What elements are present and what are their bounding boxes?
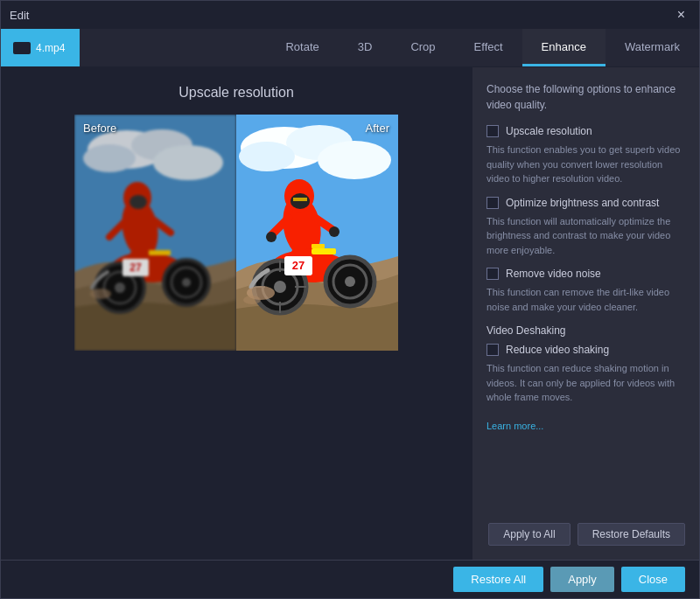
- tab-enhance[interactable]: Enhance: [522, 29, 606, 66]
- svg-point-50: [345, 276, 355, 287]
- svg-point-7: [130, 195, 147, 209]
- side-panel: Choose the following options to enhance …: [472, 67, 699, 560]
- inner-button-row: Apply to All Restore Defaults: [486, 516, 685, 546]
- svg-text:27: 27: [130, 261, 142, 274]
- file-icon: [13, 42, 31, 54]
- svg-text:27: 27: [292, 259, 304, 272]
- before-after-container: Before: [74, 115, 398, 351]
- footer-bar: Restore All Apply Close: [1, 560, 699, 598]
- svg-point-4: [153, 145, 223, 180]
- svg-point-3: [83, 144, 136, 172]
- learn-more-link[interactable]: Learn more...: [486, 421, 685, 431]
- svg-point-28: [318, 141, 391, 179]
- before-image: 27: [74, 115, 236, 351]
- tab-crop[interactable]: Crop: [391, 29, 454, 66]
- close-title-button[interactable]: ×: [672, 6, 690, 24]
- svg-rect-32: [293, 198, 307, 201]
- deshake-checkbox[interactable]: [486, 344, 499, 356]
- svg-point-23: [90, 289, 111, 299]
- svg-rect-22: [149, 250, 171, 255]
- tab-watermark[interactable]: Watermark: [606, 29, 699, 66]
- dialog-title: Edit: [10, 9, 29, 22]
- restore-defaults-button[interactable]: Restore Defaults: [578, 523, 685, 546]
- svg-point-19: [182, 278, 191, 287]
- side-intro: Choose the following options to enhance …: [486, 81, 685, 113]
- tab-rotate[interactable]: Rotate: [266, 29, 338, 66]
- close-footer-button[interactable]: Close: [621, 567, 685, 592]
- brightness-label[interactable]: Optimize brightness and contrast: [506, 197, 659, 209]
- before-panel: Before: [74, 115, 236, 351]
- tab-effect[interactable]: Effect: [455, 29, 522, 66]
- svg-point-35: [266, 232, 276, 242]
- svg-point-56: [243, 296, 261, 304]
- deshake-label[interactable]: Reduce video shaking: [506, 344, 609, 356]
- brightness-checkbox[interactable]: [486, 197, 499, 209]
- preview-title: Upscale resolution: [178, 85, 294, 101]
- tab-3d[interactable]: 3D: [339, 29, 392, 66]
- upscale-checkbox[interactable]: [486, 125, 499, 137]
- file-tab-label: 4.mp4: [36, 42, 65, 54]
- noise-label[interactable]: Remove video noise: [506, 268, 601, 280]
- brightness-option-row: Optimize brightness and contrast: [486, 197, 685, 209]
- svg-rect-53: [312, 248, 336, 254]
- main-content: Upscale resolution Before: [1, 67, 699, 560]
- noise-desc: This function can remove the dirt-like v…: [486, 285, 685, 314]
- title-bar: Edit ×: [1, 1, 699, 29]
- tab-bar: 4.mp4 Rotate 3D Crop Effect Enhance Wate…: [1, 29, 699, 67]
- preview-area: Upscale resolution Before: [1, 67, 472, 560]
- file-tab[interactable]: 4.mp4: [1, 29, 80, 66]
- svg-point-36: [329, 226, 340, 237]
- apply-button[interactable]: Apply: [550, 567, 614, 592]
- tab-spacer: [80, 29, 266, 66]
- brightness-desc: This function will automatically optimiz…: [486, 214, 685, 258]
- apply-to-all-button[interactable]: Apply to All: [488, 523, 570, 546]
- after-panel: After: [236, 115, 398, 351]
- deshake-desc: This function can reduce shaking motion …: [486, 361, 685, 405]
- upscale-option-row: Upscale resolution: [486, 125, 685, 137]
- noise-checkbox[interactable]: [486, 268, 499, 280]
- upscale-label[interactable]: Upscale resolution: [506, 125, 592, 137]
- deshake-section-title: Video Deshaking: [486, 324, 685, 337]
- upscale-desc: This function enables you to get superb …: [486, 143, 685, 186]
- before-label: Before: [83, 122, 116, 135]
- svg-rect-54: [312, 244, 325, 248]
- after-label: After: [366, 122, 389, 135]
- svg-point-27: [239, 142, 295, 171]
- after-image: 27: [236, 115, 398, 351]
- svg-point-43: [274, 281, 286, 293]
- restore-all-button[interactable]: Restore All: [453, 567, 543, 592]
- svg-point-16: [115, 282, 125, 293]
- deshake-option-row: Reduce video shaking: [486, 344, 685, 356]
- noise-option-row: Remove video noise: [486, 268, 685, 280]
- edit-dialog: Edit × 4.mp4 Rotate 3D Crop Effect Enhan…: [0, 0, 700, 599]
